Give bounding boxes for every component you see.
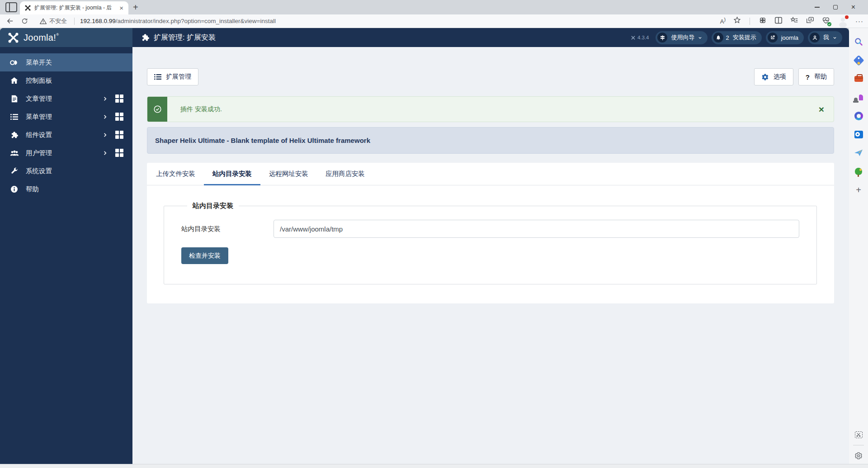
user-icon [810,33,820,43]
install-fieldset: 站内目录安装 站内目录安装 检查并安装 [164,202,817,284]
edge-sidebar-bottom [853,429,864,461]
refresh-icon[interactable] [21,18,28,24]
sidebar-item-toggle-menu[interactable]: 菜单开关 [0,53,132,71]
list-icon [9,113,19,120]
dashboard-grid-icon[interactable] [115,149,123,157]
sidebar-item-menus[interactable]: 菜单管理 [0,108,132,126]
joomla-logo-icon [7,32,19,44]
sidebar-item-help[interactable]: 帮助 [0,180,132,198]
sidebar-add-icon[interactable]: + [853,184,864,195]
sidebar-item-users[interactable]: 用户管理 [0,144,132,162]
site-security-chip[interactable]: 不安全 [40,17,67,25]
extensions-icon[interactable] [759,16,767,26]
divider [74,18,75,25]
list-icon [154,74,161,80]
settings-more-icon[interactable]: ··· [855,17,863,25]
joomla-logo-text: Joomla!® [24,33,59,43]
post-install-messages-pill[interactable]: 2 安装提示 [712,31,761,44]
extensions-manage-button[interactable]: 扩展管理 [147,68,198,85]
help-button[interactable]: ? 帮助 [798,68,834,85]
browser-address-bar: 不安全 192.168.0.99/administrator/index.php… [0,14,868,28]
chevron-right-icon [103,132,108,138]
notification-count: 2 [726,34,729,41]
browser-tab-bar: 扩展管理: 扩展安装 - joomla - 后 × + × [0,0,868,14]
read-aloud-icon[interactable]: A) [720,17,726,25]
tab-install-from-folder[interactable]: 站内目录安装 [204,163,260,185]
chevron-right-icon [103,150,108,156]
chevron-right-icon [103,114,108,120]
template-banner: Shaper Helix Ultimate - Blank template o… [147,127,834,154]
wrench-icon [9,167,19,175]
install-form: 站内目录安装 站内目录安装 检查并安装 [147,202,834,284]
tab-upload-package[interactable]: 上传文件安装 [147,163,204,185]
maximize-icon[interactable] [833,5,838,9]
main-content: 扩展管理 选项 ? 帮助 [132,47,849,464]
sidebar-item-content[interactable]: 文章管理 [0,90,132,108]
screenshot-icon[interactable] [853,429,864,440]
chevron-right-icon [103,96,108,102]
check-and-install-button[interactable]: 检查并安装 [181,247,228,264]
profile-avatar[interactable] [838,16,848,26]
tab-activities-icon[interactable] [5,2,17,12]
joomla-admin-page: Joomla!® 扩展管理: 扩展安装 4.3.4 使用向导 [0,28,849,464]
url-text[interactable]: 192.168.0.99/administrator/index.php?opt… [80,18,716,24]
alert-close-icon[interactable]: × [819,104,824,114]
divider [853,445,864,445]
favorite-star-icon[interactable] [733,16,741,26]
outlook-icon[interactable] [853,129,864,140]
folder-path-input[interactable] [274,220,799,238]
gear-icon [761,73,769,81]
dashboard-grid-icon[interactable] [115,131,123,139]
search-icon[interactable] [853,36,864,47]
signpost-icon [657,33,667,43]
new-tab-button[interactable]: + [133,3,138,12]
toggle-icon [9,59,19,66]
tab-close-icon[interactable]: × [118,4,125,12]
install-tabs: 上传文件安装 站内目录安装 远程网址安装 应用商店安装 [147,163,834,185]
browser-essentials-icon[interactable] [822,17,830,26]
close-window-icon[interactable]: × [851,4,855,11]
drop-icon[interactable] [853,147,864,158]
minimize-icon[interactable] [815,7,820,8]
admin-sidebar: 菜单开关 控制面板 文章管理 菜单管理 [0,47,132,464]
tree-hunt-icon[interactable] [853,166,864,177]
back-icon[interactable] [6,17,14,25]
favorites-collections-icon[interactable] [790,17,798,26]
info-icon [9,185,19,193]
guided-tour-pill[interactable]: 使用向导 [656,31,708,44]
shopping-icon[interactable] [853,55,864,66]
dashboard-grid-icon[interactable] [115,113,123,121]
tab-install-from-web[interactable]: 应用商店安装 [317,163,373,185]
workspace: Joomla!® 扩展管理: 扩展安装 4.3.4 使用向导 [0,28,868,464]
tab-groups-icon[interactable] [806,17,814,26]
version-badge: 4.3.4 [631,35,649,40]
dashboard-grid-icon[interactable] [115,95,123,103]
games-icon[interactable] [853,92,864,103]
sidebar-item-dashboard[interactable]: 控制面板 [0,71,132,90]
tab-title: 扩展管理: 扩展安装 - joomla - 后 [34,4,115,12]
header-meta: 4.3.4 使用向导 2 安装提示 joomla [631,28,849,47]
divider [750,18,750,25]
external-link-icon [768,33,778,43]
browser-tab[interactable]: 扩展管理: 扩展安装 - joomla - 后 × [20,1,128,14]
tab-install-from-url[interactable]: 远程网址安装 [260,163,317,185]
sidebar-settings-icon[interactable] [853,450,864,461]
joomla-logo[interactable]: Joomla!® [0,28,132,47]
alert-icon-block [147,97,167,122]
microsoft-365-icon[interactable] [853,110,864,121]
sidebar-item-system[interactable]: 系统设置 [0,162,132,180]
options-button[interactable]: 选项 [754,68,793,85]
user-menu-pill[interactable]: 我 [808,31,842,44]
tools-icon[interactable] [853,73,864,84]
users-icon [9,150,19,156]
puzzle-icon [9,131,19,139]
bell-icon [713,33,723,43]
split-screen-icon[interactable] [774,17,783,26]
browser-window: 扩展管理: 扩展安装 - joomla - 后 × + × 不安全 192.16… [0,0,868,468]
sidebar-item-components[interactable]: 组件设置 [0,126,132,144]
toolbar: 扩展管理 选项 ? 帮助 [147,68,834,85]
joomla-version-icon [631,35,636,40]
puzzle-icon [141,33,149,42]
preview-site-pill[interactable]: joomla [766,31,804,44]
form-row: 站内目录安装 [181,220,799,238]
